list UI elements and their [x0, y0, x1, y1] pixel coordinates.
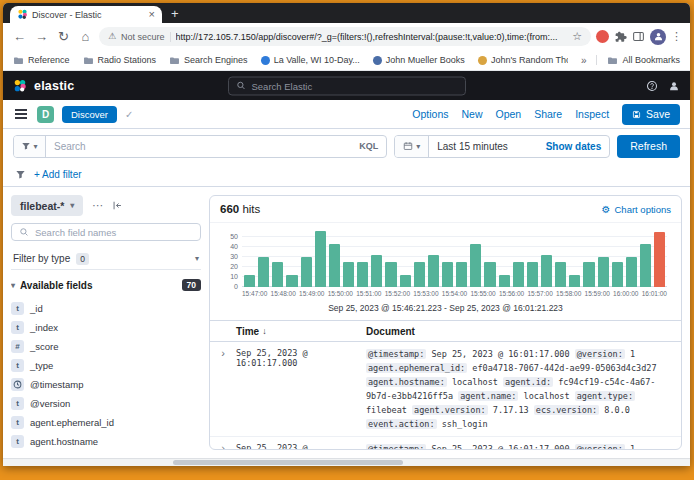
field-item[interactable]: @timestamp — [11, 376, 201, 392]
histogram-bar[interactable] — [258, 257, 269, 287]
extensions-puzzle-icon[interactable] — [614, 30, 627, 43]
address-bar[interactable]: ⚠ Not secure http://172.105.7.150/app/di… — [99, 27, 591, 46]
kql-label[interactable]: KQL — [351, 141, 386, 151]
security-label[interactable]: Not secure — [121, 32, 165, 42]
histogram-bar[interactable] — [541, 255, 552, 287]
histogram-bar[interactable] — [272, 262, 283, 287]
histogram-bar[interactable] — [400, 275, 411, 287]
field-item[interactable]: t@version — [11, 395, 201, 411]
expand-row-icon[interactable]: › — [210, 347, 236, 431]
bookmark-item[interactable]: John's Random Tho... — [478, 55, 568, 65]
bookmark-item[interactable]: La Valle, WI 10-Day... — [261, 55, 360, 65]
x-axis-tick: 15:51:00 — [356, 290, 381, 297]
sort-desc-icon[interactable]: ↓ — [262, 326, 267, 336]
histogram-bar[interactable] — [357, 262, 368, 287]
time-range-value[interactable]: Last 15 minutes — [429, 141, 545, 152]
histogram-bar[interactable] — [315, 231, 326, 287]
field-item[interactable]: t_index — [11, 319, 201, 335]
histogram-bar[interactable] — [244, 275, 255, 287]
expand-row-icon[interactable]: › — [210, 442, 236, 449]
nav-link-share[interactable]: Share — [534, 108, 562, 120]
filter-icon[interactable] — [15, 169, 26, 180]
all-bookmarks-label: All Bookmarks — [622, 55, 680, 65]
histogram-bar[interactable] — [428, 255, 439, 287]
show-dates-button[interactable]: Show dates — [546, 141, 610, 152]
side-panel-icon[interactable] — [632, 30, 645, 43]
bookmark-item[interactable]: Reference — [13, 55, 70, 66]
bookmarks-overflow-icon[interactable]: » — [581, 55, 587, 66]
histogram-bar[interactable] — [484, 262, 495, 287]
bookmark-item[interactable]: John Mueller Books — [373, 55, 465, 65]
histogram-bar[interactable] — [626, 257, 637, 287]
histogram-bar[interactable] — [499, 275, 510, 287]
help-icon[interactable] — [646, 80, 658, 92]
elastic-logo[interactable] — [13, 79, 27, 93]
browser-menu-icon[interactable]: ⋮ — [671, 31, 682, 42]
nav-link-open[interactable]: Open — [495, 108, 521, 120]
tab-close-icon[interactable]: × — [149, 9, 155, 20]
histogram-bar[interactable] — [569, 275, 580, 287]
histogram-bar[interactable] — [598, 257, 609, 287]
space-badge[interactable]: D — [37, 106, 54, 123]
histogram-bar[interactable] — [456, 262, 467, 287]
all-bookmarks-button[interactable]: All Bookmarks — [607, 55, 680, 66]
histogram-bar[interactable] — [414, 262, 425, 287]
search-input[interactable]: Search — [46, 141, 351, 152]
histogram-bar[interactable] — [385, 262, 396, 287]
refresh-button[interactable]: Refresh — [617, 135, 680, 158]
histogram-bar[interactable] — [513, 262, 524, 287]
bookmark-item[interactable]: Search Engines — [169, 55, 248, 66]
field-item[interactable]: t_type — [11, 357, 201, 373]
field-item[interactable]: t_id — [11, 300, 201, 316]
histogram-bar[interactable] — [371, 255, 382, 287]
back-icon[interactable]: ← — [11, 30, 28, 43]
save-button[interactable]: Save — [622, 104, 680, 125]
elastic-search-input[interactable]: Search Elastic — [228, 76, 466, 95]
scrollbar-thumb[interactable] — [173, 460, 403, 465]
field-item[interactable]: tagent.ephemeral_id — [11, 414, 201, 430]
home-icon[interactable]: ⌂ — [77, 30, 94, 43]
add-filter-button[interactable]: + Add filter — [34, 169, 82, 180]
histogram-bar[interactable] — [583, 262, 594, 287]
x-axis-tick: 15:56:00 — [499, 290, 524, 297]
profile-avatar[interactable] — [650, 29, 666, 45]
breadcrumb[interactable]: Discover — [62, 106, 117, 123]
field-item[interactable]: #_score — [11, 338, 201, 354]
histogram-bar[interactable] — [527, 262, 538, 287]
histogram-bar[interactable] — [555, 262, 566, 287]
histogram-bar-current[interactable] — [654, 232, 665, 287]
saved-query-button[interactable]: ▾ — [14, 136, 46, 157]
date-quick-select-button[interactable]: ▾ — [395, 136, 429, 157]
field-item[interactable]: tagent.hostname — [11, 433, 201, 449]
data-view-selector[interactable]: filebeat-* ▾ — [11, 195, 83, 216]
bookmark-star-icon[interactable]: ☆ — [572, 31, 582, 42]
histogram-bar[interactable] — [286, 275, 297, 287]
menu-hamburger-icon[interactable] — [15, 113, 27, 115]
available-fields-header[interactable]: ▾ Available fields 70 — [11, 277, 201, 293]
new-tab-button[interactable]: + — [171, 7, 179, 20]
histogram-bar[interactable] — [343, 262, 354, 287]
time-column-header[interactable]: Time ↓ — [236, 326, 366, 337]
field-search-input[interactable]: Search field names — [11, 223, 201, 241]
histogram-bar[interactable] — [301, 257, 312, 287]
filter-by-type[interactable]: Filter by type 0 ▾ — [11, 248, 201, 270]
histogram-bar[interactable] — [612, 262, 623, 287]
histogram-bar[interactable] — [640, 244, 651, 287]
reload-icon[interactable]: ↻ — [55, 30, 72, 43]
forward-icon[interactable]: → — [33, 30, 50, 43]
chart-options-button[interactable]: ⚙ Chart options — [602, 204, 671, 215]
browser-tab[interactable]: Discover - Elastic × — [10, 6, 162, 23]
user-avatar-icon[interactable] — [668, 80, 680, 92]
histogram-bar[interactable] — [470, 244, 481, 287]
nav-link-new[interactable]: New — [461, 108, 482, 120]
extension-icon[interactable] — [596, 30, 609, 43]
nav-link-inspect[interactable]: Inspect — [575, 108, 609, 120]
collapse-sidebar-icon[interactable] — [112, 200, 123, 211]
histogram-bar[interactable] — [442, 262, 453, 287]
horizontal-scrollbar[interactable] — [3, 458, 690, 466]
bookmark-item[interactable]: Radio Stations — [83, 55, 157, 66]
nav-link-options[interactable]: Options — [412, 108, 448, 120]
url-text[interactable]: http://172.105.7.150/app/discover#/?_g=(… — [176, 32, 568, 42]
histogram-bar[interactable] — [329, 244, 340, 287]
ellipsis-icon[interactable]: ⋯ — [92, 199, 103, 212]
